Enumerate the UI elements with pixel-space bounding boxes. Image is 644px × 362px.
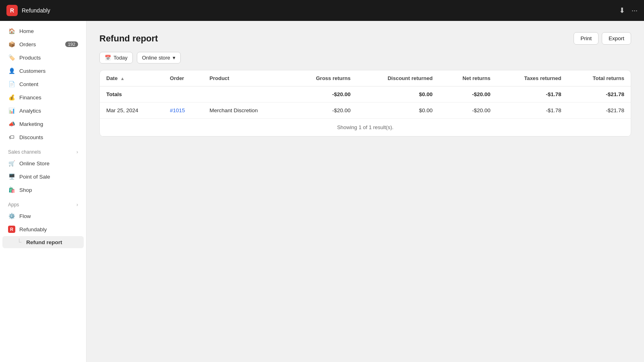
app-name: Refundably <box>22 7 619 14</box>
totals-label: Totals <box>100 86 163 103</box>
totals-gross-returns: -$20.00 <box>290 86 357 103</box>
sidebar-item-label: Refundably <box>19 226 47 232</box>
col-discount-returned: Discount returned <box>357 70 439 86</box>
date-filter-label: Today <box>114 55 128 61</box>
topbar: R Refundably ⬇ ··· <box>0 0 644 21</box>
page-title: Refund report <box>99 33 158 44</box>
orders-icon: 📦 <box>8 41 15 48</box>
home-icon: 🏠 <box>8 27 15 35</box>
col-product: Product <box>203 70 290 86</box>
row-date: Mar 25, 2024 <box>100 103 163 119</box>
filters-bar: 📅 Today Online store ▾ <box>99 52 631 64</box>
col-date[interactable]: Date ▲ <box>100 70 163 86</box>
header-actions: Print Export <box>574 32 631 45</box>
totals-discount-returned: $0.00 <box>357 86 439 103</box>
download-icon[interactable]: ⬇ <box>619 6 625 15</box>
sidebar-item-label: Flow <box>19 213 31 219</box>
row-order: #1015 <box>163 103 203 119</box>
sidebar-item-label: Shop <box>19 187 32 193</box>
sidebar-item-home[interactable]: 🏠 Home <box>2 25 84 37</box>
main-content: Refund report Print Export 📅 Today Onlin… <box>87 21 644 362</box>
row-net-returns: -$20.00 <box>439 103 497 119</box>
sidebar-item-shop[interactable]: 🛍️ Shop <box>2 183 84 196</box>
col-gross-returns: Gross returns <box>290 70 357 86</box>
sidebar-item-products[interactable]: 🏷️ Products <box>2 51 84 64</box>
table-body: Totals -$20.00 $0.00 -$20.00 -$1.78 -$21… <box>100 86 631 136</box>
totals-net-returns: -$20.00 <box>439 86 497 103</box>
sidebar-item-orders[interactable]: 📦 Orders 192 <box>2 38 84 51</box>
point-of-sale-icon: 🖥️ <box>8 173 15 180</box>
flow-icon: ⚙️ <box>8 212 15 220</box>
sidebar-item-label: Customers <box>19 68 45 74</box>
store-filter-label: Online store <box>142 55 170 61</box>
apps-section: Apps › <box>0 197 86 209</box>
sidebar-item-label: Online Store <box>19 160 50 167</box>
sales-channels-section: Sales channels › <box>0 144 86 156</box>
totals-taxes-returned: -$1.78 <box>497 86 568 103</box>
marketing-icon: 📣 <box>8 120 15 128</box>
row-product: Merchant Discretion <box>203 103 290 119</box>
discounts-icon: 🏷 <box>8 134 15 141</box>
app-logo: R <box>6 5 18 16</box>
row-total-returns: -$21.78 <box>568 103 631 119</box>
sidebar-item-content[interactable]: 📄 Content <box>2 78 84 90</box>
sidebar-item-analytics[interactable]: 📊 Analytics <box>2 104 84 117</box>
sidebar-item-label: Orders <box>19 41 36 47</box>
sidebar-item-label: Finances <box>19 95 41 101</box>
topbar-actions: ⬇ ··· <box>619 6 638 15</box>
store-dropdown-icon: ▾ <box>173 55 175 61</box>
sidebar-item-label: Point of Sale <box>19 174 50 180</box>
showing-row: Showing 1 of 1 result(s). <box>100 119 631 136</box>
sort-icon: ▲ <box>120 76 125 81</box>
totals-product <box>203 86 290 103</box>
finances-icon: 💰 <box>8 94 15 101</box>
totals-total-returns: -$21.78 <box>568 86 631 103</box>
order-link[interactable]: #1015 <box>170 107 185 113</box>
sidebar-item-label: Marketing <box>19 121 43 127</box>
table-row: Mar 25, 2024 #1015 Merchant Discretion -… <box>100 103 631 119</box>
customers-icon: 👤 <box>8 67 15 74</box>
orders-badge: 192 <box>65 41 78 47</box>
online-store-icon: 🛒 <box>8 160 15 167</box>
col-net-returns: Net returns <box>439 70 497 86</box>
sidebar-item-label: Content <box>19 81 38 87</box>
showing-text: Showing 1 of 1 result(s). <box>100 119 631 136</box>
sidebar-item-label: Discounts <box>19 134 43 140</box>
sidebar-item-label: Home <box>19 28 34 34</box>
sidebar-item-marketing[interactable]: 📣 Marketing <box>2 117 84 130</box>
sidebar-item-point-of-sale[interactable]: 🖥️ Point of Sale <box>2 170 84 183</box>
col-taxes-returned: Taxes returned <box>497 70 568 86</box>
sidebar-item-online-store[interactable]: 🛒 Online Store <box>2 157 84 170</box>
sidebar-item-discounts[interactable]: 🏷 Discounts <box>2 131 84 144</box>
refund-table: Date ▲ Order Product Gross returns Disco… <box>100 70 631 136</box>
content-icon: 📄 <box>8 80 15 88</box>
store-filter[interactable]: Online store ▾ <box>137 52 181 64</box>
sidebar-item-label: Products <box>19 55 41 61</box>
sidebar-item-refund-report[interactable]: └ Refund report <box>2 236 84 248</box>
sidebar-item-flow[interactable]: ⚙️ Flow <box>2 210 84 222</box>
table-header: Date ▲ Order Product Gross returns Disco… <box>100 70 631 86</box>
refund-table-container: Date ▲ Order Product Gross returns Disco… <box>99 70 631 137</box>
products-icon: 🏷️ <box>8 54 15 61</box>
refundably-icon: R <box>8 226 15 233</box>
analytics-icon: 📊 <box>8 107 15 114</box>
sidebar: 🏠 Home 📦 Orders 192 🏷️ Products 👤 Custom… <box>0 21 87 362</box>
apps-chevron[interactable]: › <box>76 202 78 208</box>
export-button[interactable]: Export <box>602 32 631 45</box>
shop-icon: 🛍️ <box>8 186 15 193</box>
more-icon[interactable]: ··· <box>632 6 638 15</box>
row-taxes-returned: -$1.78 <box>497 103 568 119</box>
sales-channels-chevron[interactable]: › <box>76 149 78 155</box>
totals-order <box>163 86 203 103</box>
row-discount-returned: $0.00 <box>357 103 439 119</box>
sidebar-item-label: Analytics <box>19 108 41 114</box>
sidebar-item-refundably[interactable]: R Refundably <box>2 223 84 236</box>
print-button[interactable]: Print <box>574 32 599 45</box>
date-filter[interactable]: 📅 Today <box>99 52 133 64</box>
totals-row: Totals -$20.00 $0.00 -$20.00 -$1.78 -$21… <box>100 86 631 103</box>
sidebar-item-customers[interactable]: 👤 Customers <box>2 64 84 77</box>
page-header: Refund report Print Export <box>99 32 631 45</box>
calendar-icon: 📅 <box>105 55 111 61</box>
row-gross-returns: -$20.00 <box>290 103 357 119</box>
sidebar-item-finances[interactable]: 💰 Finances <box>2 91 84 104</box>
